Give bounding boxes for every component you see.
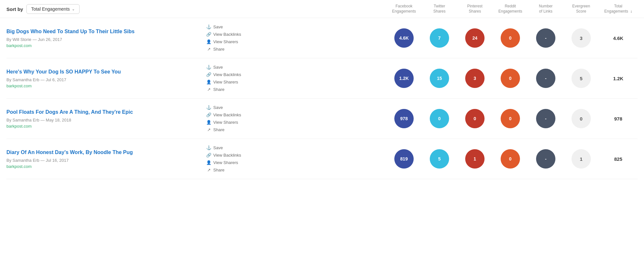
article-left-section: Diary Of An Honest Day's Work, By Noodle… <box>6 145 258 173</box>
article-domain[interactable]: barkpost.com <box>6 124 200 129</box>
metric-evergreen: 3 <box>563 28 599 48</box>
share-action-label: Share <box>213 168 225 172</box>
reddit-circle: 0 <box>501 149 520 169</box>
article-actions: ⚓Save🔗View Backlinks👤View Sharers↗Share <box>206 104 251 133</box>
save-action[interactable]: ⚓Save <box>206 145 245 151</box>
view-sharers-action[interactable]: 👤View Sharers <box>206 119 245 125</box>
user-icon: 👤 <box>206 160 211 165</box>
metric-reddit: 0 <box>493 109 528 128</box>
view-backlinks-action-label: View Backlinks <box>213 112 241 117</box>
pinterest-circle: 24 <box>465 28 485 48</box>
share-icon: ↗ <box>206 127 211 132</box>
article-title[interactable]: Pool Floats For Dogs Are A Thing, And Th… <box>6 109 200 116</box>
metric-pinterest: 3 <box>457 69 493 88</box>
twitter-circle: 5 <box>430 149 449 169</box>
article-left-section: Here's Why Your Dog Is SO HAPPY To See Y… <box>6 64 258 92</box>
save-action[interactable]: ⚓Save <box>206 24 245 30</box>
view-backlinks-action[interactable]: 🔗View Backlinks <box>206 72 245 78</box>
share-action[interactable]: ↗Share <box>206 46 245 52</box>
metric-evergreen: 5 <box>563 69 599 88</box>
col-header-total: TotalEngagements ↓ <box>599 4 638 14</box>
article-actions: ⚓Save🔗View Backlinks👤View Sharers↗Share <box>206 64 251 92</box>
save-action[interactable]: ⚓Save <box>206 104 245 111</box>
links-circle: - <box>536 69 555 88</box>
view-backlinks-action[interactable]: 🔗View Backlinks <box>206 112 245 118</box>
metric-total: 825 <box>599 156 638 162</box>
article-meta: By Samantha Erb — May 18, 2018 <box>6 118 200 122</box>
share-action-label: Share <box>213 127 225 132</box>
metric-reddit: 0 <box>493 28 528 48</box>
pinterest-circle: 0 <box>465 109 485 128</box>
bookmark-icon: ⚓ <box>206 145 211 150</box>
metric-facebook: 4.6K <box>386 28 422 48</box>
metric-twitter: 15 <box>422 69 457 88</box>
content-area: Big Dogs Who Need To Stand Up To Their L… <box>0 18 644 179</box>
view-sharers-action-label: View Sharers <box>213 39 238 44</box>
metric-facebook: 978 <box>386 109 422 128</box>
metrics-cols: 1.2K1530-51.2K <box>386 69 638 88</box>
pinterest-circle: 1 <box>465 149 485 169</box>
metric-total: 4.6K <box>599 35 638 41</box>
metrics-cols: 978000-0978 <box>386 109 638 128</box>
link-icon: 🔗 <box>206 72 211 77</box>
sort-by-section: Sort by Total Engagements ⌄ <box>6 4 110 14</box>
header-row: Sort by Total Engagements ⌄ FacebookEnga… <box>0 0 644 18</box>
metric-twitter: 0 <box>422 109 457 128</box>
article-left-section: Pool Floats For Dogs Are A Thing, And Th… <box>6 104 258 133</box>
links-circle: - <box>536 28 555 48</box>
share-action[interactable]: ↗Share <box>206 167 245 173</box>
view-sharers-action[interactable]: 👤View Sharers <box>206 39 245 45</box>
twitter-circle: 7 <box>430 28 449 48</box>
article-info: Diary Of An Honest Day's Work, By Noodle… <box>6 149 206 169</box>
view-sharers-action-label: View Sharers <box>213 160 238 165</box>
col-header-links: Numberof Links <box>528 4 563 14</box>
metric-reddit: 0 <box>493 149 528 169</box>
column-headers: FacebookEngagements TwitterShares Pinter… <box>386 4 638 14</box>
article-title[interactable]: Diary Of An Honest Day's Work, By Noodle… <box>6 149 200 156</box>
page-wrapper: Sort by Total Engagements ⌄ FacebookEnga… <box>0 0 644 262</box>
view-sharers-action[interactable]: 👤View Sharers <box>206 160 245 166</box>
total-engagement-value: 825 <box>614 156 622 162</box>
save-action[interactable]: ⚓Save <box>206 64 245 70</box>
metric-evergreen: 0 <box>563 109 599 128</box>
share-action[interactable]: ↗Share <box>206 86 245 92</box>
evergreen-score: 3 <box>572 28 591 48</box>
article-info: Here's Why Your Dog Is SO HAPPY To See Y… <box>6 68 206 88</box>
evergreen-score: 5 <box>572 69 591 88</box>
article-info: Big Dogs Who Need To Stand Up To Their L… <box>6 28 206 48</box>
share-action-label: Share <box>213 87 225 92</box>
view-backlinks-action[interactable]: 🔗View Backlinks <box>206 152 245 158</box>
metric-pinterest: 0 <box>457 109 493 128</box>
article-domain[interactable]: barkpost.com <box>6 164 200 169</box>
article-row: Here's Why Your Dog Is SO HAPPY To See Y… <box>6 58 638 99</box>
article-title[interactable]: Here's Why Your Dog Is SO HAPPY To See Y… <box>6 68 200 75</box>
article-title[interactable]: Big Dogs Who Need To Stand Up To Their L… <box>6 28 200 35</box>
metrics-cols: 819510-1825 <box>386 149 638 169</box>
metric-links: - <box>528 109 563 128</box>
links-circle: - <box>536 109 555 128</box>
view-backlinks-action[interactable]: 🔗View Backlinks <box>206 31 245 37</box>
share-icon: ↗ <box>206 168 211 172</box>
metric-facebook: 1.2K <box>386 69 422 88</box>
article-actions: ⚓Save🔗View Backlinks👤View Sharers↗Share <box>206 24 251 52</box>
article-domain[interactable]: barkpost.com <box>6 43 200 48</box>
col-header-pinterest: PinterestShares <box>457 4 493 14</box>
save-action-label: Save <box>213 105 223 110</box>
evergreen-score: 1 <box>572 149 591 169</box>
share-action-label: Share <box>213 47 225 52</box>
facebook-circle: 819 <box>394 149 414 169</box>
user-icon: 👤 <box>206 120 211 125</box>
share-icon: ↗ <box>206 87 211 92</box>
metric-links: - <box>528 69 563 88</box>
col-header-facebook: FacebookEngagements <box>386 4 422 14</box>
evergreen-score: 0 <box>572 109 591 128</box>
share-action[interactable]: ↗Share <box>206 127 245 133</box>
article-actions: ⚓Save🔗View Backlinks👤View Sharers↗Share <box>206 145 251 173</box>
reddit-circle: 0 <box>501 28 520 48</box>
view-sharers-action[interactable]: 👤View Sharers <box>206 79 245 85</box>
sort-dropdown[interactable]: Total Engagements ⌄ <box>26 4 80 14</box>
metric-evergreen: 1 <box>563 149 599 169</box>
article-domain[interactable]: barkpost.com <box>6 83 200 88</box>
metric-reddit: 0 <box>493 69 528 88</box>
sort-arrow-icon: ↓ <box>630 9 632 14</box>
